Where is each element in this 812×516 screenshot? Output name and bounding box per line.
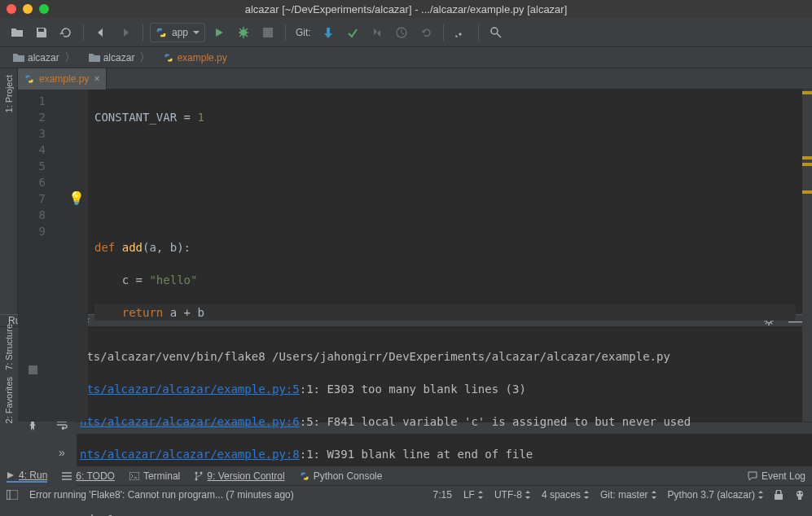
- debug-button[interactable]: [233, 22, 254, 43]
- editor-region: example.py × 123456789 💡 CONSTANT_VAR = …: [18, 68, 812, 314]
- svg-point-0: [240, 29, 247, 36]
- python-file-icon: [24, 73, 34, 85]
- updown-icon: [652, 491, 656, 499]
- git-label: Git:: [296, 27, 311, 38]
- back-button[interactable]: [90, 22, 112, 43]
- python-file-icon: [164, 52, 173, 63]
- open-button[interactable]: [7, 22, 28, 43]
- breadcrumb-root[interactable]: alcazar 〉: [8, 49, 81, 67]
- terminal-tab[interactable]: Terminal: [129, 470, 180, 482]
- encoding[interactable]: UTF-8: [494, 489, 530, 501]
- stop-button[interactable]: [23, 360, 42, 379]
- svg-point-20: [797, 492, 799, 494]
- main-toolbar: app Git:: [0, 18, 812, 47]
- editor-body[interactable]: 123456789 💡 CONSTANT_VAR = 1 def add(a, …: [18, 90, 812, 422]
- branch-icon: [195, 471, 203, 481]
- lock-icon[interactable]: [775, 490, 783, 500]
- folder-icon: [89, 53, 100, 63]
- line-separator[interactable]: LF: [463, 489, 483, 501]
- more-button[interactable]: »: [52, 443, 72, 462]
- gutter-icons: 💡: [54, 90, 88, 422]
- stop-button[interactable]: [257, 22, 279, 43]
- speech-icon: [748, 471, 757, 481]
- svg-rect-1: [263, 28, 273, 37]
- todo-tab[interactable]: 6: TODO: [62, 470, 115, 482]
- event-log-tab[interactable]: Event Log: [748, 470, 805, 482]
- svg-rect-17: [775, 494, 783, 500]
- caret-position[interactable]: 7:15: [433, 489, 452, 501]
- list-icon: [62, 472, 72, 480]
- git-commit-button[interactable]: [342, 22, 363, 43]
- git-compare-button[interactable]: [366, 22, 388, 43]
- svg-point-21: [801, 492, 802, 494]
- inspector-icon[interactable]: [794, 490, 805, 500]
- chevron-right-icon: 〉: [139, 50, 151, 65]
- error-stripe[interactable]: [802, 90, 812, 422]
- run-config-selector[interactable]: app: [150, 23, 205, 42]
- python-console-tab[interactable]: Python Console: [300, 470, 383, 482]
- save-button[interactable]: [31, 22, 52, 43]
- svg-rect-16: [7, 490, 10, 500]
- run-tab[interactable]: 4: Run: [7, 470, 47, 483]
- updown-icon: [478, 491, 483, 499]
- svg-rect-11: [129, 472, 139, 480]
- window-title: alcazar [~/DevExperiments/alcazar] - ...…: [0, 3, 812, 15]
- code-area[interactable]: CONSTANT_VAR = 1 def add(a, b): c = "hel…: [88, 90, 802, 422]
- chevron-right-icon: 〉: [64, 50, 76, 65]
- terminal-icon: [129, 472, 139, 480]
- updown-icon: [758, 491, 763, 499]
- intention-bulb-icon[interactable]: 💡: [68, 190, 85, 207]
- search-button[interactable]: [485, 22, 507, 43]
- play-icon: [7, 471, 15, 479]
- run-config-name: app: [172, 27, 188, 38]
- minimize-window-button[interactable]: [23, 4, 33, 14]
- forward-button[interactable]: [115, 22, 136, 43]
- project-tool-tab[interactable]: 1: Project: [0, 68, 17, 119]
- favorites-tool-tab[interactable]: 2: Favorites: [0, 370, 18, 430]
- svg-rect-19: [798, 497, 801, 500]
- version-control-tab[interactable]: 9: Version Control: [195, 470, 284, 482]
- close-tab-icon[interactable]: ×: [94, 73, 99, 85]
- updown-icon: [525, 491, 530, 499]
- breadcrumb: alcazar 〉 alcazar 〉 example.py: [0, 47, 812, 68]
- run-button[interactable]: [208, 22, 230, 43]
- warning-marker[interactable]: [802, 190, 812, 194]
- svg-point-18: [797, 491, 803, 497]
- traffic-lights: [7, 4, 49, 14]
- breadcrumb-folder[interactable]: alcazar 〉: [84, 49, 156, 67]
- python-icon: [156, 27, 167, 38]
- editor-tab-example[interactable]: example.py ×: [18, 68, 107, 90]
- refresh-button[interactable]: [55, 22, 77, 43]
- git-update-button[interactable]: [318, 22, 339, 43]
- zoom-window-button[interactable]: [39, 4, 49, 14]
- interpreter[interactable]: Python 3.7 (alcazar): [668, 489, 763, 501]
- warning-marker[interactable]: [802, 156, 812, 160]
- left-tool-rail: 1: Project: [0, 68, 18, 314]
- structure-tool-tab[interactable]: 7: Structure: [0, 317, 18, 370]
- svg-rect-5: [29, 365, 37, 374]
- warning-marker[interactable]: [802, 91, 812, 94]
- updown-icon: [584, 491, 589, 499]
- warning-marker[interactable]: [802, 163, 812, 166]
- indent[interactable]: 4 spaces: [542, 489, 589, 501]
- close-window-button[interactable]: [7, 4, 16, 14]
- git-branch[interactable]: Git: master: [600, 489, 656, 501]
- window-titlebar: alcazar [~/DevExperiments/alcazar] - ...…: [0, 0, 812, 18]
- folder-icon: [13, 53, 24, 63]
- file-link[interactable]: nts/alcazar/alcazar/example.py:8: [80, 448, 300, 461]
- tool-windows-icon[interactable]: [7, 490, 18, 500]
- svg-point-3: [491, 28, 498, 34]
- python-icon: [300, 471, 309, 481]
- settings-button[interactable]: [450, 22, 472, 43]
- git-history-button[interactable]: [391, 22, 412, 43]
- svg-rect-15: [7, 490, 18, 500]
- chevron-down-icon: [193, 29, 200, 36]
- editor-tabs: example.py ×: [18, 68, 812, 90]
- status-message: Error running 'Flake8': Cannot run progr…: [29, 489, 294, 501]
- breadcrumb-file[interactable]: example.py: [159, 50, 231, 65]
- git-rollback-button[interactable]: [415, 22, 437, 43]
